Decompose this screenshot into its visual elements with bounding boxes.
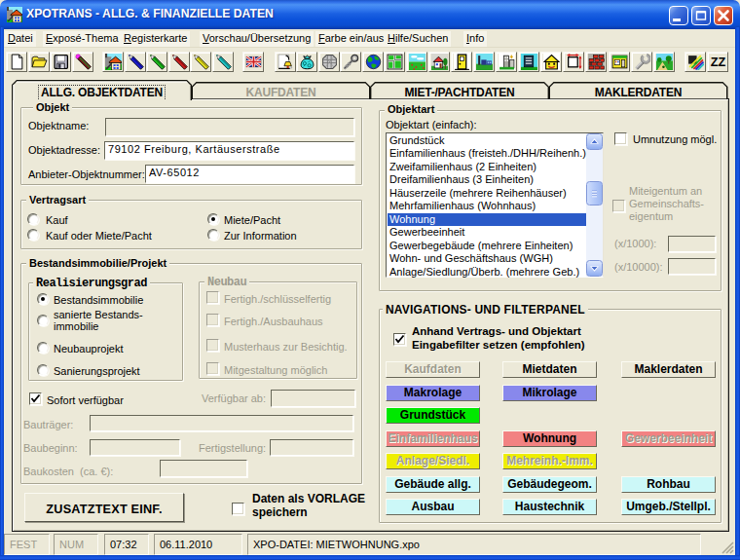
svg-text:ZZ: ZZ [711, 55, 726, 69]
